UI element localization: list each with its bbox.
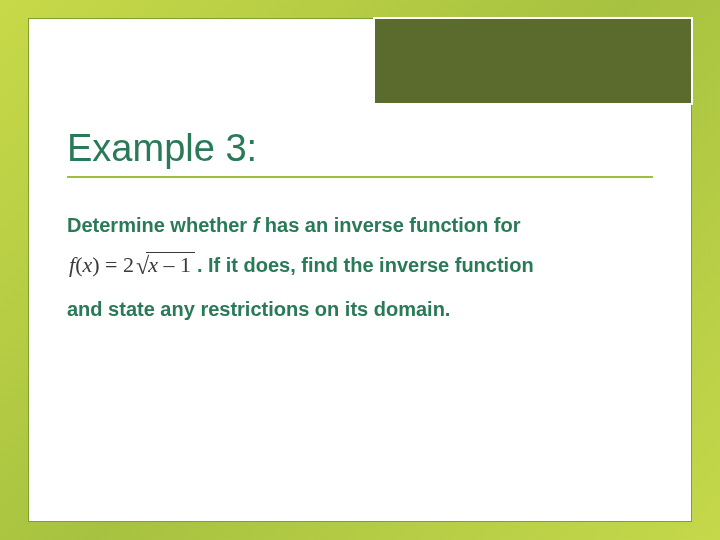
rad-b: 1 [180, 252, 191, 277]
formula: f(x) = 2√x – 1 [69, 244, 195, 290]
slide-body: Determine whether f has an inverse funct… [67, 206, 653, 328]
slide-card: Example 3: Determine whether f has an in… [28, 18, 692, 522]
text-segment: has an inverse function for [259, 214, 520, 236]
sqrt: √x – 1 [134, 244, 195, 290]
rad-x: x [148, 252, 158, 277]
body-line-3: and state any restrictions on its domain… [67, 290, 653, 328]
coefficient: 2 [123, 252, 134, 277]
text-segment: . If it does, find the inverse function [197, 254, 534, 276]
equals: = [100, 252, 123, 277]
formula-x: x [82, 252, 92, 277]
corner-decoration [373, 17, 693, 105]
text-segment: Determine whether [67, 214, 253, 236]
slide-title: Example 3: [67, 127, 653, 174]
radicand: x – 1 [146, 252, 195, 277]
body-line-2: f(x) = 2√x – 1 . If it does, find the in… [67, 244, 653, 290]
rad-op: – [158, 252, 180, 277]
body-line-1: Determine whether f has an inverse funct… [67, 206, 653, 244]
close-paren: ) [92, 252, 99, 277]
title-underline [67, 176, 653, 178]
